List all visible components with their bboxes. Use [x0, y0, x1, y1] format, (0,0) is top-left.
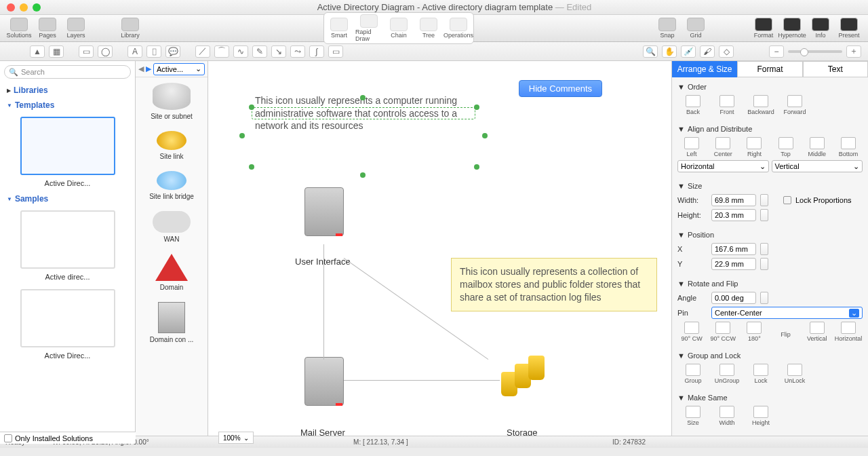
order-forward[interactable]: Forward [779, 95, 810, 115]
distribute-horizontal[interactable]: Horizontal⌄ [677, 160, 769, 172]
text-tool[interactable]: A [127, 45, 142, 58]
nav-fwd-icon[interactable]: ▶ [146, 64, 151, 73]
shape-domain[interactable]: Domain [136, 248, 208, 297]
hypernote-button[interactable]: Hypernote [778, 18, 806, 39]
samples-header[interactable]: ▼Samples [0, 191, 135, 206]
width-field[interactable] [711, 194, 756, 206]
zoom-out-icon[interactable]: − [769, 45, 784, 58]
minimize-icon[interactable] [20, 3, 28, 12]
pen-tool[interactable]: ✎ [252, 45, 267, 58]
make-width[interactable]: Width [711, 406, 743, 426]
resize-handle[interactable] [249, 164, 254, 170]
canvas[interactable]: Hide Comments This icon usually represen… [208, 61, 671, 436]
zoom-in2-icon[interactable]: ＋ [846, 45, 861, 58]
height-field[interactable] [711, 209, 756, 221]
snap-button[interactable]: Snap [654, 18, 681, 39]
angle-field[interactable] [711, 292, 756, 304]
textbox-tool[interactable]: ⌷ [146, 45, 161, 58]
format-button[interactable]: Format [750, 18, 777, 39]
user-interface-node[interactable] [304, 187, 348, 240]
lock-proportions-checkbox[interactable] [783, 196, 791, 204]
spline-tool[interactable]: ∫ [309, 45, 324, 58]
flip-horizontal[interactable]: Horizontal [834, 322, 863, 342]
align-center[interactable]: Center [709, 137, 737, 157]
rapid-draw-button[interactable]: Rapid Draw [355, 14, 382, 42]
distribute-vertical[interactable]: Vertical⌄ [772, 160, 863, 172]
resize-handle[interactable] [360, 172, 366, 178]
flowchart-tool[interactable]: ▭ [328, 45, 343, 58]
ellipse-tool[interactable]: ◯ [98, 45, 113, 58]
search-input[interactable]: 🔍 Search [4, 65, 131, 79]
rotate-90cw[interactable]: 90° CW [677, 322, 706, 342]
resize-handle[interactable] [474, 104, 479, 110]
rect-tool[interactable]: ▭ [79, 45, 94, 58]
resize-handle[interactable] [474, 164, 479, 170]
position-section[interactable]: ▼ Position [677, 228, 863, 242]
pointer-tool[interactable]: ▲ [30, 45, 45, 58]
arc-tool[interactable]: ⌒ [214, 45, 229, 58]
template-thumb-1[interactable] [20, 117, 115, 175]
info-button[interactable]: Info [807, 18, 834, 39]
shape-site-link-bridge[interactable]: Site link bridge [136, 166, 208, 206]
mail-server-node[interactable] [304, 357, 348, 410]
angle-stepper[interactable] [760, 292, 768, 304]
library-select[interactable]: Active...⌄ [153, 63, 205, 75]
layers-button[interactable]: Layers [62, 18, 90, 39]
order-section[interactable]: ▼ Order [677, 80, 863, 94]
lock-button[interactable]: Lock [745, 364, 776, 384]
operations-button[interactable]: Operations [445, 18, 472, 39]
eyedropper-tool[interactable]: 💉 [681, 45, 696, 58]
present-button[interactable]: Present [835, 18, 863, 39]
rotate-180[interactable]: 180° [740, 322, 768, 342]
zoom-display[interactable]: 100% ⌄ [218, 432, 254, 444]
order-front[interactable]: Front [711, 95, 743, 115]
align-right[interactable]: Right [740, 137, 768, 157]
unlock-button[interactable]: UnLock [779, 364, 810, 384]
resize-handle[interactable] [482, 133, 488, 138]
storage-cylinder[interactable] [528, 356, 545, 380]
libraries-header[interactable]: ▶Libraries [0, 83, 135, 98]
zoom-icon[interactable] [33, 3, 41, 12]
callout-tool[interactable]: 💬 [165, 45, 180, 58]
shape-wan[interactable]: WAN [136, 206, 208, 248]
pin-select[interactable]: Center-Center⌄ [711, 307, 863, 319]
y-field[interactable] [711, 258, 756, 270]
align-section[interactable]: ▼ Align and Distribute [677, 122, 863, 136]
resize-handle[interactable] [249, 104, 254, 110]
zoom-in-icon[interactable]: 🔍 [643, 45, 658, 58]
tab-text[interactable]: Text [803, 61, 868, 77]
templates-header[interactable]: ▼Templates [0, 98, 135, 113]
rotate-90ccw[interactable]: 90° CCW [709, 322, 737, 342]
connector-tool[interactable]: ↘ [271, 45, 286, 58]
solutions-button[interactable]: Solutions [5, 18, 33, 39]
order-backward[interactable]: Backward [745, 95, 776, 115]
comment-note-2[interactable]: This icon usually represents a collectio… [451, 258, 657, 311]
grid-button[interactable]: Grid [682, 18, 709, 39]
x-stepper[interactable] [760, 243, 768, 255]
order-back[interactable]: Back [677, 95, 709, 115]
rotate-section[interactable]: ▼ Rotate and Flip [677, 277, 863, 290]
make-same-section[interactable]: ▼ Make Same [677, 391, 863, 404]
align-top[interactable]: Top [772, 137, 800, 157]
hide-comments-button[interactable]: Hide Comments [519, 80, 602, 97]
align-middle[interactable]: Middle [803, 137, 831, 157]
smart-connector-tool[interactable]: ⤳ [290, 45, 305, 58]
group-button[interactable]: Group [677, 364, 709, 384]
sample-thumb-1[interactable] [20, 210, 115, 269]
select-tool[interactable]: ▦ [49, 45, 64, 58]
only-installed-checkbox[interactable]: Only Installed Solutions [0, 432, 136, 444]
size-section[interactable]: ▼ Size [677, 179, 863, 193]
comment-note-1[interactable]: This icon usually represents a computer … [252, 107, 475, 119]
smart-button[interactable]: Smart [326, 18, 353, 39]
x-field[interactable] [711, 243, 756, 255]
brush-tool[interactable]: 🖌 [700, 45, 715, 58]
curve-tool[interactable]: ∿ [233, 45, 248, 58]
flip-vertical[interactable]: Vertical [803, 322, 831, 342]
library-button[interactable]: Library [117, 18, 144, 39]
pages-button[interactable]: Pages [34, 18, 61, 39]
tab-format[interactable]: Format [737, 61, 802, 77]
align-left[interactable]: Left [677, 137, 706, 157]
nav-back-icon[interactable]: ◀ [138, 64, 144, 73]
eraser-tool[interactable]: ◇ [719, 45, 734, 58]
shape-site-subnet[interactable]: Site or subnet [136, 77, 208, 126]
